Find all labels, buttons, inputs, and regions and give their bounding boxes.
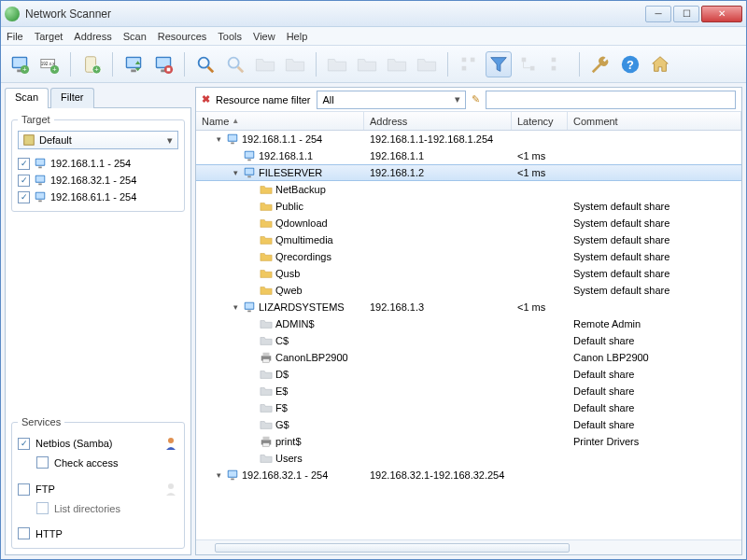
edit-filter-icon[interactable]: ✎ — [472, 93, 480, 105]
node-name: LIZARDSYSTEMS — [259, 301, 345, 313]
filter-input[interactable] — [486, 91, 737, 109]
tree-row[interactable]: CanonLBP2900Canon LBP2900 — [196, 349, 741, 366]
tb-folder2-button[interactable] — [282, 51, 308, 77]
target-item[interactable]: 192.168.61.1 - 254 — [18, 189, 178, 205]
tree-row[interactable]: 192.168.1.1192.168.1.1<1 ms — [196, 147, 741, 164]
tb-import-button[interactable] — [78, 51, 105, 77]
svg-point-32 — [168, 483, 174, 489]
tb-find-next-button[interactable] — [222, 51, 248, 77]
tree-row[interactable]: QdownloadSystem default share — [196, 215, 741, 231]
svg-rect-29 — [552, 65, 557, 70]
tree-row[interactable]: F$Default share — [196, 399, 741, 416]
filter-combo[interactable]: All — [317, 91, 466, 109]
tree-row[interactable]: C$Default share — [196, 332, 741, 349]
preset-icon — [22, 133, 35, 147]
tb-add-ip-button[interactable]: 192.x.x+ — [36, 51, 63, 77]
menu-help[interactable]: Help — [287, 31, 308, 42]
tree-row[interactable]: QrecordingsSystem default share — [196, 248, 741, 265]
tree-row[interactable]: QwebSystem default share — [196, 282, 741, 299]
tb-help-button[interactable] — [617, 51, 643, 77]
maximize-button[interactable]: ☐ — [673, 6, 699, 22]
col-name[interactable]: Name▲ — [196, 112, 364, 130]
tree-row[interactable]: NetBackup — [196, 181, 741, 198]
svg-text:+: + — [52, 65, 56, 74]
check-access-checkbox[interactable] — [36, 456, 49, 469]
target-item[interactable]: 192.168.1.1 - 254 — [18, 155, 178, 172]
node-comment: Default share — [568, 385, 741, 397]
expander-icon[interactable]: ▾ — [214, 134, 223, 144]
menu-target[interactable]: Target — [35, 31, 63, 42]
http-checkbox[interactable] — [18, 527, 30, 539]
filter-bar: ✖ Resource name filter All ✎ — [196, 88, 741, 112]
expander-icon[interactable]: ▾ — [214, 470, 223, 480]
menu-scan[interactable]: Scan — [123, 31, 147, 42]
toolbar: + 192.x.x+ — [1, 46, 746, 83]
tb-grp1-button[interactable] — [324, 51, 350, 77]
tree-row[interactable]: ▾FILESERVER192.168.1.2<1 ms — [196, 164, 741, 181]
tb-settings-button[interactable] — [587, 51, 613, 77]
tab-scan[interactable]: Scan — [5, 88, 49, 108]
menubar: File Target Address Scan Resources Tools… — [1, 27, 746, 46]
tree-row[interactable]: ▾192.168.32.1 - 254192.168.32.1-192.168.… — [196, 467, 741, 483]
node-name: D$ — [275, 369, 289, 380]
horizontal-scrollbar[interactable] — [196, 539, 741, 554]
tree-row[interactable]: ▾LIZARDSYSTEMS192.168.1.3<1 ms — [196, 299, 741, 315]
target-item[interactable]: 192.168.32.1 - 254 — [18, 172, 178, 189]
minimize-button[interactable]: ─ — [645, 6, 671, 22]
services-legend: Services — [18, 416, 64, 427]
node-comment: Default share — [568, 369, 741, 380]
col-latency[interactable]: Latency — [512, 112, 568, 130]
monitor-icon — [34, 174, 47, 187]
menu-tools[interactable]: Tools — [218, 31, 242, 42]
target-fieldset: Target Default 192.168.1.1 - 254192.168.… — [11, 114, 185, 212]
col-address[interactable]: Address — [364, 112, 512, 130]
tb-grp4-button[interactable] — [414, 51, 440, 77]
tb-home-button[interactable] — [647, 51, 673, 77]
tree-row[interactable]: PublicSystem default share — [196, 198, 741, 215]
printer-icon — [260, 435, 273, 448]
tree-row[interactable]: QusbSystem default share — [196, 265, 741, 282]
tree-row[interactable]: ADMIN$Remote Admin — [196, 315, 741, 332]
target-combo[interactable]: Default — [18, 131, 178, 149]
menu-address[interactable]: Address — [74, 31, 111, 42]
tb-folder1-button[interactable] — [252, 51, 278, 77]
list-dirs-checkbox[interactable] — [36, 502, 49, 514]
tb-stop-button[interactable] — [150, 51, 176, 77]
menu-file[interactable]: File — [7, 31, 23, 42]
svg-rect-20 — [167, 67, 171, 71]
tb-add-range-button[interactable]: + — [7, 51, 33, 77]
tb-tree2-button[interactable] — [515, 51, 542, 77]
tree-body[interactable]: ▾192.168.1.1 - 254192.168.1.1-192.168.1.… — [196, 131, 741, 539]
tb-find-button[interactable] — [192, 51, 218, 77]
tree-row[interactable]: ▾192.168.1.1 - 254192.168.1.1-192.168.1.… — [196, 131, 741, 147]
target-checkbox[interactable] — [18, 191, 30, 203]
tree-row[interactable]: print$Printer Drivers — [196, 433, 741, 450]
right-pane: ✖ Resource name filter All ✎ Name▲ Addre… — [195, 87, 742, 555]
netbios-checkbox[interactable] — [18, 438, 30, 450]
tree-row[interactable]: Users — [196, 450, 741, 467]
tb-grp2-button[interactable] — [354, 51, 380, 77]
expander-icon[interactable]: ▾ — [231, 168, 240, 177]
ftp-checkbox[interactable] — [18, 483, 30, 496]
clear-filter-icon[interactable]: ✖ — [202, 93, 210, 105]
tb-tree3-button[interactable] — [545, 51, 571, 77]
target-checkbox[interactable] — [18, 158, 30, 170]
tb-scan-button[interactable] — [120, 51, 147, 77]
expander-icon[interactable]: ▾ — [231, 302, 240, 312]
menu-resources[interactable]: Resources — [158, 31, 207, 42]
tree-row[interactable]: D$Default share — [196, 366, 741, 383]
col-comment[interactable]: Comment — [568, 112, 741, 130]
node-name: 192.168.1.1 - 254 — [242, 133, 322, 145]
close-button[interactable]: ✕ — [701, 6, 742, 22]
folder-icon — [260, 250, 273, 263]
menu-view[interactable]: View — [253, 31, 275, 42]
target-label: 192.168.32.1 - 254 — [50, 175, 136, 186]
tb-grp3-button[interactable] — [384, 51, 410, 77]
target-checkbox[interactable] — [18, 175, 30, 187]
tree-row[interactable]: G$Default share — [196, 416, 741, 433]
tb-filter-button[interactable] — [486, 51, 512, 77]
tree-row[interactable]: E$Default share — [196, 383, 741, 399]
tree-row[interactable]: QmultimediaSystem default share — [196, 231, 741, 248]
tab-filter[interactable]: Filter — [50, 88, 93, 108]
tb-tree1-button[interactable] — [456, 51, 482, 77]
